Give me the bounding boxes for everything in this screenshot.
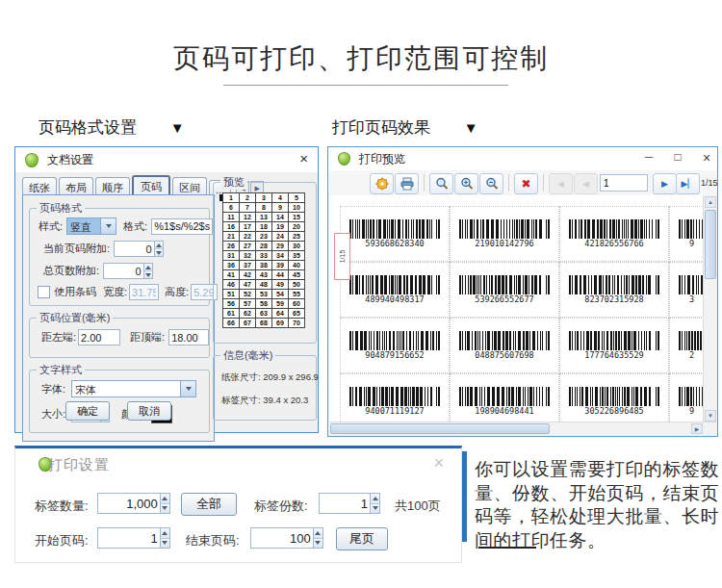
minimize-icon[interactable]: ─ (638, 150, 659, 164)
page-number-input[interactable] (600, 174, 648, 192)
spinner-up-icon[interactable] (371, 494, 379, 503)
label-qty-spinner[interactable] (97, 493, 170, 514)
doc-dialog-title: 文档设置 (47, 152, 93, 168)
start-page-spinner[interactable] (97, 527, 170, 549)
vertical-scrollbar[interactable]: ▲ ▼ (703, 195, 717, 422)
spinner-down-icon[interactable] (144, 270, 153, 278)
paper-size-value: 209.9 x 296.9 (263, 371, 319, 382)
spinner-up-icon[interactable] (161, 528, 169, 538)
preview-cell: 64 (272, 309, 289, 319)
horizontal-scroll-thumb[interactable] (330, 423, 550, 434)
maximize-icon[interactable]: □ (667, 150, 688, 164)
font-label: 字体: (41, 382, 65, 396)
spinner-down-icon[interactable] (155, 248, 164, 256)
barcode-icon (569, 387, 659, 406)
zoom-button[interactable] (429, 173, 453, 194)
end-page-input[interactable] (250, 527, 313, 549)
title-underline (223, 85, 508, 86)
label-size-row: 标签尺寸: 39.4 x 20.3 (221, 395, 308, 407)
from-left-label: 距左端: (41, 330, 76, 345)
barcode-icon (459, 219, 550, 239)
preview-cell: 15 (289, 213, 305, 222)
preview-cell: 49 (272, 280, 289, 290)
barcode-number: 904879156652 (365, 350, 424, 360)
close-icon[interactable]: × (696, 150, 717, 166)
current-add-label: 当前页码附加: (43, 242, 110, 256)
zoom-in-button[interactable] (454, 173, 478, 194)
spinner-down-icon[interactable] (161, 538, 169, 549)
copies-spinner[interactable] (319, 493, 380, 514)
ok-button[interactable]: 确定 (65, 401, 110, 421)
preview-cell: 47 (240, 280, 256, 290)
current-add-spinner[interactable] (114, 241, 164, 257)
barcode-label: 593668628340 (340, 206, 450, 262)
total-add-spinner[interactable] (103, 263, 153, 279)
cancel-button[interactable]: 取消 (127, 401, 171, 421)
preview-cell: 45 (289, 270, 305, 280)
format-input[interactable] (151, 218, 213, 235)
spinner-up-icon[interactable] (314, 528, 322, 538)
magnifier-icon (434, 176, 450, 192)
description-text: 你可以设置需要打印的标签数量、份数、开始页码，结束页码等，轻松处理大批量、长时间… (475, 458, 719, 552)
spinner-up-icon[interactable] (155, 242, 164, 248)
settings-icon (374, 176, 390, 192)
vertical-scroll-thumb[interactable] (705, 210, 716, 279)
print-button[interactable] (395, 173, 419, 194)
preview-cell: 2 (240, 193, 256, 203)
current-add-input[interactable] (114, 241, 153, 257)
scroll-right-icon[interactable]: ▶ (691, 423, 703, 434)
spinner-down-icon[interactable] (371, 503, 379, 514)
preview-cell: 51 (223, 290, 240, 299)
paper-size-label: 纸张尺寸: (221, 371, 261, 382)
zoom-out-button[interactable] (479, 173, 503, 194)
close-icon[interactable]: × (433, 453, 444, 473)
from-top-input[interactable] (168, 329, 209, 345)
end-page-spinner[interactable] (250, 527, 323, 549)
description-underline (478, 547, 536, 549)
from-left-input[interactable] (78, 329, 120, 345)
print-preview-window: 打印预览 ─ □ × ✖ (327, 146, 718, 437)
scroll-down-icon[interactable]: ▼ (705, 410, 716, 422)
preview-titlebar: 打印预览 ─ □ × (328, 147, 717, 170)
label-qty-input[interactable] (97, 493, 160, 514)
scroll-up-icon[interactable]: ▲ (705, 196, 716, 208)
font-combobox[interactable]: 宋体 (71, 380, 196, 397)
barcode-label: 489940498317 (340, 262, 450, 318)
close-icon[interactable]: × (299, 151, 308, 166)
preview-cell: 20 (289, 222, 305, 232)
preview-cell: 59 (272, 299, 289, 309)
group-label: 页码格式 (37, 201, 85, 216)
barcode-icon (459, 387, 550, 406)
next-page-button[interactable]: ▶ (653, 173, 677, 194)
down-triangle-icon: ▼ (170, 119, 185, 136)
all-button[interactable]: 全部 (181, 493, 237, 516)
last-page-button[interactable]: 尾页 (336, 527, 388, 550)
use-barcode-checkbox[interactable] (38, 286, 50, 298)
copies-input[interactable] (319, 493, 370, 514)
start-page-input[interactable] (97, 527, 160, 549)
spinner-up-icon[interactable] (144, 264, 153, 270)
preview-cell: 50 (289, 280, 305, 290)
style-combobox-value: 竖直 (67, 218, 100, 234)
total-add-input[interactable] (103, 263, 142, 279)
spinner-down-icon[interactable] (161, 503, 169, 514)
chevron-down-icon[interactable] (180, 381, 195, 396)
preview-cell: 25 (289, 232, 305, 242)
total-pages-text: 共100页 (395, 498, 441, 515)
first-page-icon: ◀ (557, 179, 564, 189)
barcode-number: 198904698441 (475, 406, 533, 416)
style-combobox[interactable]: 竖直 (66, 217, 116, 235)
preview-cell: 42 (240, 270, 256, 280)
barcode-number: 177764635529 (584, 350, 643, 360)
last-page-button[interactable]: ▶▏ (676, 173, 700, 194)
barcode-label: 904879156652 (340, 318, 450, 373)
spinner-down-icon[interactable] (314, 538, 322, 549)
preview-cell: 66 (223, 319, 240, 328)
side-page-number-box: 1/15 (334, 233, 350, 280)
spinner-up-icon[interactable] (161, 494, 169, 503)
print-settings-button[interactable] (370, 173, 394, 194)
preview-title: 打印预览 (359, 151, 405, 167)
close-preview-button[interactable]: ✖ (514, 173, 538, 194)
horizontal-scrollbar[interactable]: ▶ (329, 422, 717, 436)
chevron-down-icon[interactable] (100, 218, 116, 234)
